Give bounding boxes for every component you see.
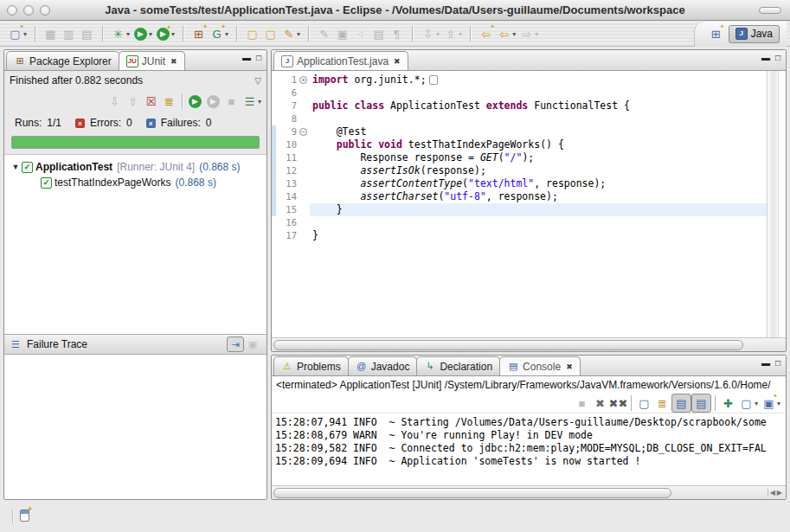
pin-console-button[interactable]: ✚ bbox=[719, 394, 737, 413]
close-tab-icon[interactable]: ✖ bbox=[394, 57, 401, 66]
code-line[interactable]: 1+import org.junit.*; bbox=[272, 74, 767, 87]
editor-vertical-scrollbar[interactable] bbox=[767, 71, 778, 337]
back-history-dropdown-icon[interactable]: ▾ bbox=[512, 30, 516, 38]
open-console-icon: ▣ bbox=[761, 396, 776, 411]
fold-expanded-icon[interactable]: − bbox=[299, 128, 307, 136]
minimize-console-icon[interactable]: ▬ bbox=[761, 359, 770, 368]
maximize-view-icon[interactable]: □ bbox=[256, 54, 261, 62]
code-line[interactable]: 12 assertIsOk(response); bbox=[272, 164, 767, 177]
new-java-project-button[interactable]: ⊞ bbox=[189, 24, 208, 43]
external-tools-button[interactable]: ✎▾ bbox=[279, 24, 302, 43]
code-line[interactable]: 11 Response response = GET("/"); bbox=[272, 151, 767, 164]
test-tree-item[interactable]: ✓testThatIndexPageWorks(0.868 s) bbox=[4, 175, 267, 190]
console-output[interactable]: 15:28:07,941 INFO ~ Starting /Volumes/Da… bbox=[272, 413, 786, 485]
code-line[interactable]: 8 bbox=[272, 112, 767, 125]
back-history-button[interactable]: ⇦▾ bbox=[495, 24, 517, 43]
forward-history-button: ⇨▾ bbox=[517, 24, 540, 43]
scroll-lock-console-button[interactable]: ≣ bbox=[653, 394, 671, 413]
external-tools-dropdown-icon[interactable]: ▾ bbox=[297, 30, 300, 38]
test-run-history-dropdown-icon[interactable]: ▾ bbox=[258, 98, 261, 106]
maximize-console-icon[interactable]: □ bbox=[775, 359, 780, 368]
clear-console-button[interactable]: ▢ bbox=[635, 394, 653, 413]
tab-package-explorer[interactable]: ⊞Package Explorer bbox=[6, 51, 119, 70]
test-tree-item[interactable]: ▼✓ApplicationTest[Runner: JUnit 4](0.868… bbox=[4, 159, 267, 175]
close-tab-icon[interactable]: ✖ bbox=[566, 362, 573, 371]
open-artifact-button[interactable]: ▢ bbox=[243, 24, 261, 43]
failures-label: Failures: bbox=[161, 117, 201, 129]
new-wizard-g-button[interactable]: G▾ bbox=[208, 24, 230, 43]
tab-applicationtest.java[interactable]: JApplicationTest.java✖ bbox=[273, 51, 408, 70]
rerun-test-button[interactable]: ▶ bbox=[186, 92, 204, 111]
scroll-left-icon[interactable]: ◀ bbox=[770, 489, 775, 497]
open-console-dropdown-icon[interactable]: ▾ bbox=[777, 400, 780, 407]
editor-horizontal-scrollbar[interactable] bbox=[272, 337, 786, 351]
code-segment: } bbox=[312, 229, 318, 241]
junit-view: ⊞Package ExplorerJUJUnit✖ ▬ □ Finished a… bbox=[3, 49, 267, 500]
code-line[interactable]: 16 bbox=[272, 216, 767, 229]
open-perspective-button[interactable]: ⊞ bbox=[707, 24, 725, 43]
tab-declaration[interactable]: ↳Declaration bbox=[416, 356, 500, 375]
tab-javadoc[interactable]: @Javadoc bbox=[348, 356, 418, 375]
console-horizontal-scrollbar[interactable]: ◀ ▶ bbox=[272, 485, 786, 499]
minimize-view-icon[interactable]: ▬ bbox=[242, 54, 251, 62]
run-dropdown-icon[interactable]: ▾ bbox=[149, 30, 152, 38]
new-wizard-g-dropdown-icon[interactable]: ▾ bbox=[225, 30, 228, 38]
scroll-right-icon[interactable]: ▶ bbox=[777, 489, 782, 497]
close-window-button[interactable] bbox=[7, 5, 17, 16]
show-stdout-when-changed-button[interactable]: ▤ bbox=[671, 394, 691, 413]
tree-expander-icon[interactable]: ▼ bbox=[10, 163, 22, 171]
failure-trace-body[interactable] bbox=[4, 355, 267, 499]
test-result-tree[interactable]: ▼✓ApplicationTest[Runner: JUnit 4](0.868… bbox=[4, 154, 267, 334]
prev-annotation-dropdown-icon[interactable]: ▾ bbox=[459, 30, 462, 38]
fold-column bbox=[297, 229, 310, 242]
debug-dropdown-icon[interactable]: ▾ bbox=[126, 30, 130, 38]
minimize-window-button[interactable] bbox=[23, 5, 34, 16]
console-hscroll-thumb[interactable] bbox=[273, 488, 671, 498]
display-selected-console-button[interactable]: ▢▾ bbox=[737, 394, 760, 413]
console-line: 15:28:09,582 INFO ~ Connected to jdbc:h2… bbox=[275, 442, 782, 455]
java-perspective-button[interactable]: J Java bbox=[729, 25, 780, 43]
code-line[interactable]: 7public class ApplicationTest extends Fu… bbox=[272, 99, 767, 112]
tab-junit[interactable]: JUJUnit✖ bbox=[119, 51, 185, 70]
code-line[interactable]: 10 public void testThatIndexPageWorks() … bbox=[272, 138, 767, 151]
close-tab-icon[interactable]: ✖ bbox=[170, 57, 177, 66]
display-selected-console-dropdown-icon[interactable]: ▾ bbox=[755, 400, 758, 407]
scroll-lock-button[interactable]: ≣ bbox=[160, 92, 178, 111]
remove-launch-button[interactable]: ✖ bbox=[591, 394, 609, 413]
open-resource-button[interactable]: ▢ bbox=[261, 24, 279, 43]
test-run-history-button[interactable]: ☰▾ bbox=[241, 92, 263, 111]
code-line[interactable]: 6 bbox=[272, 87, 767, 99]
code-line[interactable]: 9− @Test bbox=[272, 125, 767, 138]
tab-problems[interactable]: ⚠Problems bbox=[273, 356, 349, 375]
fold-collapsed-icon[interactable]: + bbox=[299, 76, 307, 84]
run-button[interactable]: ▶▾ bbox=[132, 24, 154, 43]
view-menu-icon[interactable]: ▽ bbox=[254, 76, 261, 86]
show-stderr-when-changed-button[interactable]: ▤ bbox=[691, 394, 711, 413]
code-line[interactable]: 17} bbox=[272, 229, 767, 242]
code-line[interactable]: 13 assertContentType("text/html", respon… bbox=[272, 177, 767, 190]
code-line[interactable]: 15 } bbox=[272, 203, 767, 216]
forward-history-dropdown-icon[interactable]: ▾ bbox=[535, 30, 538, 38]
failure-trace-label: Failure Trace bbox=[27, 338, 87, 350]
maximize-editor-icon[interactable]: □ bbox=[775, 54, 780, 62]
new-wizard-button[interactable]: ▢▾ bbox=[6, 24, 29, 43]
show-trace-in-console-button[interactable]: ⇥ bbox=[227, 337, 244, 352]
fast-view-icon[interactable] bbox=[20, 510, 29, 522]
toolbar-group: ⇩▾⇧▾ bbox=[416, 24, 466, 43]
code-line[interactable]: 14 assertCharset("utf-8", response); bbox=[272, 190, 767, 203]
debug-button[interactable]: ✳▾ bbox=[109, 24, 132, 43]
next-annotation-dropdown-icon[interactable]: ▾ bbox=[436, 30, 440, 38]
tab-console[interactable]: ▤Console✖ bbox=[499, 356, 581, 375]
remove-all-terminated-button[interactable]: ✖✖ bbox=[609, 394, 627, 413]
show-failures-only-button[interactable]: ☒ bbox=[142, 92, 160, 111]
new-wizard-dropdown-icon[interactable]: ▾ bbox=[23, 30, 27, 38]
last-edit-location-button[interactable]: ⇦ bbox=[477, 24, 495, 43]
minimize-editor-icon[interactable]: ▬ bbox=[761, 54, 770, 62]
editor-hscroll-thumb[interactable] bbox=[273, 340, 743, 350]
code-area[interactable]: 1+import org.junit.*;67public class Appl… bbox=[272, 71, 767, 337]
zoom-window-button[interactable] bbox=[40, 5, 50, 16]
run-last-launched-button[interactable]: ▶▾ bbox=[154, 24, 177, 43]
run-last-launched-dropdown-icon[interactable]: ▾ bbox=[171, 30, 175, 38]
toolbar-toggle-button[interactable] bbox=[759, 7, 781, 14]
open-console-button[interactable]: ▣▾ bbox=[760, 394, 782, 413]
